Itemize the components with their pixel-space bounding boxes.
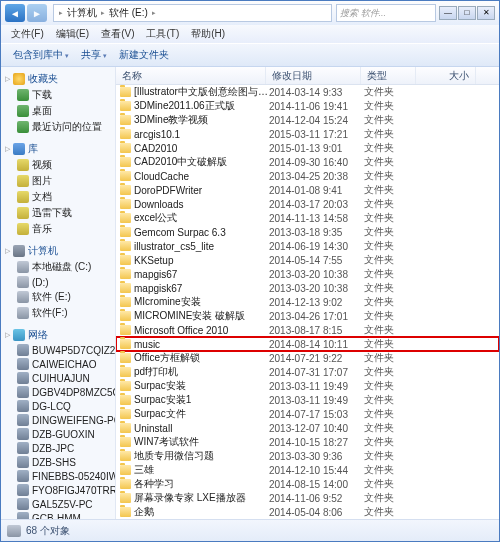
file-row[interactable]: CAD2010中文破解版 2014-09-30 16:40 文件夹 <box>116 155 499 169</box>
file-date: 2014-11-13 14:58 <box>269 213 364 224</box>
sidebar-group-head[interactable]: ▷计算机 <box>1 243 115 259</box>
sidebar-item[interactable]: DZB-GUOXIN <box>1 427 115 441</box>
file-name: 三雄 <box>134 463 269 477</box>
sidebar-item[interactable]: 软件 (E:) <box>1 289 115 305</box>
sidebar-item[interactable]: GAL5Z5V-PC <box>1 497 115 511</box>
file-row[interactable]: Uninstall 2013-12-07 10:40 文件夹 <box>116 421 499 435</box>
file-name: Uninstall <box>134 423 269 434</box>
sidebar-item[interactable]: FYO8FIGJ470TRRV <box>1 483 115 497</box>
sidebar[interactable]: ▷收藏夹下载桌面最近访问的位置▷库视频图片文档迅雷下载音乐▷计算机本地磁盘 (C… <box>1 67 116 519</box>
file-row[interactable]: DoroPDFWriter 2014-01-08 9:41 文件夹 <box>116 183 499 197</box>
ic-pc-icon <box>17 344 29 356</box>
file-row[interactable]: Downloads 2014-03-17 20:03 文件夹 <box>116 197 499 211</box>
file-row[interactable]: 地质专用微信习题 2013-03-30 9:36 文件夹 <box>116 449 499 463</box>
menu-help[interactable]: 帮助(H) <box>185 27 231 41</box>
file-row[interactable]: CAD2010 2015-01-13 9:01 文件夹 <box>116 141 499 155</box>
file-row[interactable]: 3DMine2011.06正式版 2014-11-06 19:41 文件夹 <box>116 99 499 113</box>
file-row[interactable]: CloudCache 2013-04-25 20:38 文件夹 <box>116 169 499 183</box>
file-row[interactable]: Surpac安装1 2013-03-11 19:49 文件夹 <box>116 393 499 407</box>
sidebar-item[interactable]: CUIHUAJUN <box>1 371 115 385</box>
menu-tools[interactable]: 工具(T) <box>140 27 185 41</box>
sidebar-item[interactable]: BUW4P5D7CQIZ2P8 <box>1 343 115 357</box>
sidebar-item[interactable]: DGBV4DP8MZC5GFD <box>1 385 115 399</box>
sidebar-item[interactable]: 本地磁盘 (C:) <box>1 259 115 275</box>
close-button[interactable]: ✕ <box>477 6 495 20</box>
file-row[interactable]: 3DMine教学视频 2014-12-04 15:24 文件夹 <box>116 113 499 127</box>
file-row[interactable]: mapgisk67 2013-03-20 10:38 文件夹 <box>116 281 499 295</box>
sidebar-item[interactable]: FINEBBS-05240IW <box>1 469 115 483</box>
breadcrumb-item[interactable]: 计算机 <box>65 6 99 20</box>
file-row[interactable]: illustrator_cs5_lite 2014-06-19 14:30 文件… <box>116 239 499 253</box>
file-name: 各种学习 <box>134 477 269 491</box>
file-row[interactable]: WIN7考试软件 2014-10-15 18:27 文件夹 <box>116 435 499 449</box>
ic-doc-icon <box>17 159 29 171</box>
menu-view[interactable]: 查看(V) <box>95 27 140 41</box>
organize-button[interactable]: 包含到库中 <box>7 48 75 62</box>
col-name-header[interactable]: 名称 <box>116 67 266 84</box>
share-button[interactable]: 共享 <box>75 48 113 62</box>
sidebar-item[interactable]: DZB-SHS <box>1 455 115 469</box>
sidebar-item[interactable]: GCB-HMM <box>1 511 115 519</box>
minimize-button[interactable]: — <box>439 6 457 20</box>
sidebar-item[interactable]: 软件(F:) <box>1 305 115 321</box>
file-row[interactable]: arcgis10.1 2015-03-11 17:21 文件夹 <box>116 127 499 141</box>
ic-comp-icon <box>13 245 25 257</box>
sidebar-item[interactable]: 视频 <box>1 157 115 173</box>
breadcrumb-sep-icon: ▸ <box>57 9 65 17</box>
file-row[interactable]: KKSetup 2014-05-14 7:55 文件夹 <box>116 253 499 267</box>
file-name: WIN7考试软件 <box>134 435 269 449</box>
sidebar-item-label: DZB-GUOXIN <box>32 429 95 440</box>
sidebar-item[interactable]: 图片 <box>1 173 115 189</box>
file-row[interactable]: Surpac文件 2014-07-17 15:03 文件夹 <box>116 407 499 421</box>
newfolder-button[interactable]: 新建文件夹 <box>113 48 175 62</box>
file-row[interactable]: MIcromine安装 2014-12-13 9:02 文件夹 <box>116 295 499 309</box>
sidebar-item[interactable]: 文档 <box>1 189 115 205</box>
file-row[interactable]: [Illustrator中文版创意绘图与典型设计1... 2014-03-14 … <box>116 85 499 99</box>
sidebar-item[interactable]: DINGWEIFENG-PC <box>1 413 115 427</box>
sidebar-item[interactable]: 桌面 <box>1 103 115 119</box>
file-row[interactable]: Office方框解锁 2014-07-21 9:22 文件夹 <box>116 351 499 365</box>
file-row[interactable]: 各种学习 2014-08-15 14:00 文件夹 <box>116 477 499 491</box>
sidebar-item[interactable]: 迅雷下载 <box>1 205 115 221</box>
sidebar-group-head[interactable]: ▷收藏夹 <box>1 71 115 87</box>
sidebar-group-head[interactable]: ▷网络 <box>1 327 115 343</box>
nav-back-button[interactable]: ◄ <box>5 4 25 22</box>
sidebar-item[interactable]: DG-LCQ <box>1 399 115 413</box>
folder-icon <box>120 157 131 167</box>
file-row[interactable]: 屏幕录像专家 LXE播放器 2014-11-06 9:52 文件夹 <box>116 491 499 505</box>
file-date: 2014-11-06 19:41 <box>269 101 364 112</box>
file-row[interactable]: music 2014-08-14 10:11 文件夹 <box>116 337 499 351</box>
menu-edit[interactable]: 编辑(E) <box>50 27 95 41</box>
menu-file[interactable]: 文件(F) <box>5 27 50 41</box>
file-date: 2013-03-18 9:35 <box>269 227 364 238</box>
breadcrumb-sep-icon: ▸ <box>150 9 158 17</box>
col-type-header[interactable]: 类型 <box>361 67 416 84</box>
file-row[interactable]: MICROMINE安装 破解版 2013-04-26 17:01 文件夹 <box>116 309 499 323</box>
file-row[interactable]: 三雄 2014-12-10 15:44 文件夹 <box>116 463 499 477</box>
sidebar-group-head[interactable]: ▷库 <box>1 141 115 157</box>
nav-forward-button[interactable]: ► <box>27 4 47 22</box>
file-row[interactable]: excel公式 2014-11-13 14:58 文件夹 <box>116 211 499 225</box>
sidebar-item[interactable]: (D:) <box>1 275 115 289</box>
sidebar-item[interactable]: 音乐 <box>1 221 115 237</box>
file-row[interactable]: Surpac安装 2013-03-11 19:49 文件夹 <box>116 379 499 393</box>
file-row[interactable]: Gemcom Surpac 6.3 2013-03-18 9:35 文件夹 <box>116 225 499 239</box>
sidebar-item[interactable]: 最近访问的位置 <box>1 119 115 135</box>
sidebar-item[interactable]: 下载 <box>1 87 115 103</box>
folder-icon <box>120 353 131 363</box>
address-bar[interactable]: ▸ 计算机 ▸ 软件 (E:) ▸ <box>53 4 332 22</box>
file-row[interactable]: mapgis67 2013-03-20 10:38 文件夹 <box>116 267 499 281</box>
file-type: 文件夹 <box>364 337 419 351</box>
sidebar-item[interactable]: CAIWEICHAO <box>1 357 115 371</box>
maximize-button[interactable]: □ <box>458 6 476 20</box>
file-row[interactable]: pdf打印机 2014-07-31 17:07 文件夹 <box>116 365 499 379</box>
search-input[interactable]: 搜索 软件... <box>336 4 436 22</box>
file-row[interactable]: 企鹅 2014-05-04 8:06 文件夹 <box>116 505 499 519</box>
file-row[interactable]: Microsoft Office 2010 2013-08-17 8:15 文件… <box>116 323 499 337</box>
sidebar-item[interactable]: DZB-JPC <box>1 441 115 455</box>
sidebar-item-label: (D:) <box>32 277 49 288</box>
col-date-header[interactable]: 修改日期 <box>266 67 361 84</box>
col-size-header[interactable]: 大小 <box>416 67 476 84</box>
file-list[interactable]: [Illustrator中文版创意绘图与典型设计1... 2014-03-14 … <box>116 85 499 519</box>
breadcrumb-item[interactable]: 软件 (E:) <box>107 6 150 20</box>
